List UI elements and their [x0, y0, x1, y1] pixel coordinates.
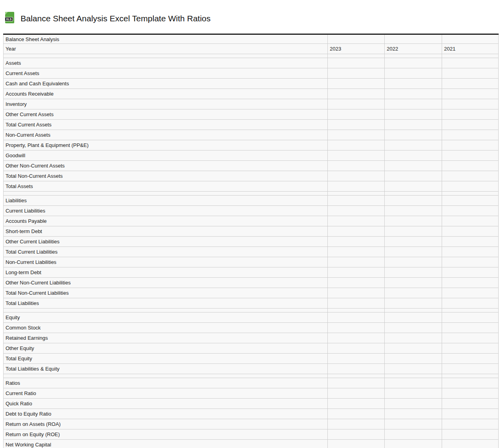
value-cell [442, 196, 499, 206]
spacer-cell [328, 374, 385, 378]
spacer-cell [385, 54, 442, 58]
value-cell [328, 99, 385, 109]
value-cell [442, 140, 499, 151]
value-cell [385, 109, 442, 120]
value-cell [442, 171, 499, 181]
table-row: Current Ratio [4, 388, 499, 399]
value-cell [328, 171, 385, 181]
row-label-cell: Inventory [4, 99, 328, 109]
table-row: Liabilities [4, 196, 499, 206]
value-cell [328, 378, 385, 388]
spacer-cell [4, 54, 328, 58]
value-cell [442, 440, 499, 448]
table-row: Return on Equity (ROE) [4, 429, 499, 440]
spacer-cell [442, 374, 499, 378]
table-row: Accounts Payable [4, 216, 499, 226]
value-cell [385, 278, 442, 288]
row-label-cell: Debt to Equity Ratio [4, 409, 328, 419]
value-cell [328, 419, 385, 429]
xls-file-icon-badge: XLS [5, 17, 13, 21]
row-label-cell: Balance Sheet Analysis [4, 34, 328, 44]
row-label-cell: Current Assets [4, 68, 328, 79]
value-cell [385, 298, 442, 309]
value-cell [385, 34, 442, 44]
table-row: Total Liabilities [4, 298, 499, 309]
value-cell [385, 68, 442, 79]
value-cell [442, 288, 499, 298]
page-header: XLS Balance Sheet Analysis Excel Templat… [0, 0, 499, 34]
value-cell [442, 58, 499, 68]
table-row: Current Liabilities [4, 206, 499, 216]
spacer-cell [442, 54, 499, 58]
value-cell [385, 333, 442, 343]
row-label-cell: Retained Earnings [4, 333, 328, 343]
xls-file-icon: XLS [5, 12, 14, 23]
table-row: Current Assets [4, 68, 499, 79]
value-cell [328, 196, 385, 206]
value-cell [442, 34, 499, 44]
spacer-cell [4, 374, 328, 378]
value-cell [328, 323, 385, 333]
value-cell [328, 364, 385, 374]
value-cell [328, 58, 385, 68]
value-cell [328, 237, 385, 247]
value-cell: 2021 [442, 44, 499, 54]
value-cell [385, 399, 442, 409]
table-row: Year202320222021 [4, 44, 499, 54]
row-label-cell: Current Liabilities [4, 206, 328, 216]
table-row: Total Non-Current Liabilities [4, 288, 499, 298]
row-label-cell: Total Current Assets [4, 120, 328, 130]
spacer-cell [385, 192, 442, 196]
balance-sheet-table: Balance Sheet AnalysisYear202320222021As… [3, 34, 499, 448]
value-cell [328, 226, 385, 237]
value-cell [328, 140, 385, 151]
value-cell [442, 388, 499, 399]
spacer-cell [385, 374, 442, 378]
table-row: Non-Current Liabilities [4, 257, 499, 267]
value-cell [385, 99, 442, 109]
value-cell [442, 89, 499, 99]
value-cell [385, 247, 442, 257]
value-cell [328, 109, 385, 120]
value-cell [442, 109, 499, 120]
value-cell [442, 206, 499, 216]
spacer-cell [442, 309, 499, 312]
row-label-cell: Current Ratio [4, 388, 328, 399]
value-cell [385, 409, 442, 419]
table-row: Total Assets [4, 181, 499, 192]
table-row: Total Non-Current Assets [4, 171, 499, 181]
page-title: Balance Sheet Analysis Excel Template Wi… [21, 13, 211, 24]
spacer-cell [442, 192, 499, 196]
value-cell [385, 354, 442, 364]
row-label-cell: Other Equity [4, 343, 328, 354]
row-label-cell: Total Liabilities & Equity [4, 364, 328, 374]
value-cell [442, 399, 499, 409]
value-cell [442, 226, 499, 237]
value-cell [385, 196, 442, 206]
value-cell [328, 429, 385, 440]
value-cell [328, 34, 385, 44]
value-cell [385, 388, 442, 399]
row-label-cell: Total Liabilities [4, 298, 328, 309]
value-cell [442, 161, 499, 171]
row-label-cell: Liabilities [4, 196, 328, 206]
table-row: Property, Plant & Equipment (PP&E) [4, 140, 499, 151]
value-cell [442, 216, 499, 226]
value-cell [385, 130, 442, 140]
row-label-cell: Ratios [4, 378, 328, 388]
table-row: Total Current Liabilities [4, 247, 499, 257]
row-label-cell: Long-term Debt [4, 267, 328, 278]
table-row: Other Current Liabilities [4, 237, 499, 247]
value-cell [385, 257, 442, 267]
value-cell [328, 298, 385, 309]
value-cell [385, 89, 442, 99]
value-cell [385, 267, 442, 278]
value-cell [442, 267, 499, 278]
value-cell [385, 226, 442, 237]
spacer-cell [4, 309, 328, 312]
value-cell [385, 161, 442, 171]
value-cell [385, 429, 442, 440]
table-row: Debt to Equity Ratio [4, 409, 499, 419]
row-label-cell: Total Equity [4, 354, 328, 364]
value-cell [328, 151, 385, 161]
